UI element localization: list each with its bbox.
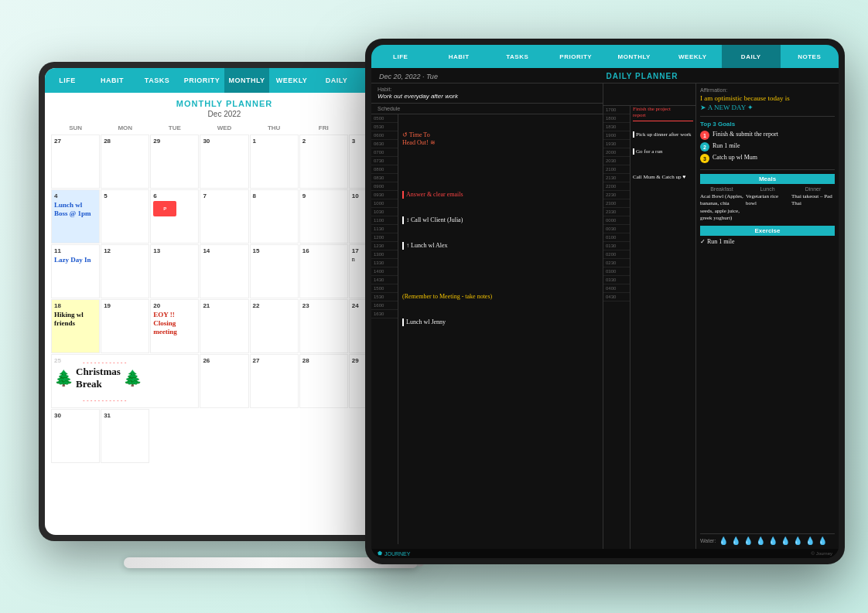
days-header: SUN MON TUE WED THU FRI SAT [51, 123, 398, 133]
time-slot: 1000 [371, 199, 398, 208]
ipad-back: LIFE HABIT TASKS PRIORITY MONTHLY WEEKLY… [39, 62, 410, 541]
time-slot: 1900 [603, 131, 630, 140]
time-slot: 0900 [371, 182, 398, 191]
day-fri: FRI [299, 123, 348, 133]
monthly-subtitle: Dec 2022 [51, 110, 398, 118]
day-wed: WED [200, 123, 248, 133]
table-row: 4 Lunch wl Boss @ 1pm [51, 189, 100, 243]
time-slot: 0500 [371, 114, 398, 123]
back-nav-life[interactable]: LIFE [45, 68, 90, 93]
time-slot: 0430 [603, 293, 630, 301]
table-row: 21 [200, 299, 248, 353]
back-nav-tasks[interactable]: TASKS [135, 68, 179, 93]
ipad-front: LIFE HABIT TASKS PRIORITY MONTHLY WEEKLY… [365, 39, 845, 564]
time-slot: 1500 [371, 284, 398, 293]
time-slot: 0200 [603, 250, 630, 259]
table-row: 28 [299, 354, 348, 408]
time-slot: 1030 [371, 208, 398, 216]
time-slot: 0600 [371, 131, 398, 140]
day-mon: MON [101, 123, 149, 133]
exercise-content: ✓ Run 1 mile [700, 238, 835, 245]
table-row: 1 [250, 135, 299, 189]
time-slot: 2130 [603, 174, 630, 182]
goals-section: Top 3 Goals 1 Finish & submit the report… [700, 121, 835, 170]
front-nav-life[interactable]: LIFE [371, 45, 430, 68]
time-slot: 1330 [371, 259, 398, 267]
front-nav-priority[interactable]: PRIORITY [547, 45, 606, 68]
table-row: 22 [250, 299, 299, 353]
time-slot: 1700 [603, 106, 630, 114]
water-drop-9: 💧 [818, 536, 827, 545]
time-slot: 0700 [371, 148, 398, 157]
back-nav-monthly[interactable]: MONTHLY [224, 68, 269, 93]
table-row: 29 [150, 135, 199, 189]
time-slot: 1100 [371, 216, 398, 225]
meals-grid: Breakfast Acai Bowl (Apples, bananas, ch… [700, 186, 835, 221]
water-drop-4: 💧 [756, 536, 765, 545]
table-row: 15 [250, 244, 299, 298]
front-nav: LIFE HABIT TASKS PRIORITY MONTHLY WEEKLY… [371, 45, 839, 68]
daily-main: Habit: Work out everyday after work Sche… [371, 83, 839, 549]
front-nav-daily[interactable]: DAILY [722, 45, 781, 68]
front-nav-weekly[interactable]: WEEKLY [664, 45, 723, 68]
front-nav-notes[interactable]: NOTES [781, 45, 839, 68]
meal-dinner-content: Thai takeout – Pad Thai [791, 193, 835, 207]
table-row: 6 P [150, 189, 199, 243]
time-slot: 2200 [603, 182, 630, 191]
table-row: 7 [200, 189, 248, 243]
day-tue: TUE [150, 123, 199, 133]
time-slot: 0030 [603, 225, 630, 233]
schedule-event-headout: ↺ Time ToHead Out! ≋ [402, 131, 599, 146]
time-slot: 0930 [371, 191, 398, 199]
right-schedule-section: 1700 1800 1830 1900 1930 2000 2030 2100 … [603, 83, 696, 549]
time-slot: 0230 [603, 259, 630, 267]
front-nav-habit[interactable]: HABIT [430, 45, 489, 68]
front-nav-tasks[interactable]: TASKS [488, 45, 547, 68]
table-row: 27 [51, 135, 100, 189]
time-slot: 0530 [371, 123, 398, 131]
time-slot: 2330 [603, 208, 630, 216]
water-drop-2: 💧 [731, 536, 740, 545]
journey-logo: ⬟ JOURNEY [378, 550, 410, 557]
back-nav-weekly[interactable]: WEEKLY [269, 68, 314, 93]
event-pickup-dinner: Pick up dinner after work [633, 131, 693, 138]
goal-item: 1 Finish & submit the report [700, 131, 835, 140]
table-row: 27 [250, 354, 299, 408]
back-nav-priority[interactable]: PRIORITY [179, 68, 224, 93]
table-row: 2 [299, 135, 348, 189]
day-sun: SUN [51, 123, 100, 133]
daily-header: Dec 20, 2022 · Tue DAILY PLANNER [371, 68, 839, 83]
table-row: 25 🌲 ChristmasBreak 🌲 - - - - - - - - - … [51, 354, 199, 408]
meals-header: Meals [700, 174, 835, 184]
front-nav-monthly[interactable]: MONTHLY [605, 45, 664, 68]
front-screen: LIFE HABIT TASKS PRIORITY MONTHLY WEEKLY… [371, 45, 839, 558]
meal-breakfast-content: Acai Bowl (Apples, bananas, chia seeds, … [700, 193, 743, 221]
monthly-grid: 27 28 29 30 1 2 3 4 Lunch wl Boss @ 1pm … [51, 135, 398, 463]
journey-text: JOURNEY [384, 551, 410, 557]
right-events-col: Finish the projectreport Pick up dinner … [630, 106, 695, 549]
back-nav: LIFE HABIT TASKS PRIORITY MONTHLY WEEKLY… [45, 68, 404, 93]
daily-title: DAILY PLANNER [453, 72, 831, 80]
time-slot: 0130 [603, 242, 630, 250]
meal-dinner: Dinner Thai takeout – Pad Thai [791, 186, 835, 221]
meal-dinner-header: Dinner [791, 186, 835, 192]
daily-date: Dec 20, 2022 · Tue [379, 73, 438, 80]
time-slot: 1400 [371, 267, 398, 276]
daily-right: Affirmation: I am optimistic because tod… [696, 83, 839, 549]
goal-item: 3 Catch up wl Mum [700, 154, 835, 163]
table-row: 13 [150, 244, 199, 298]
schedule-section: Schedule 0500 0530 0600 0630 0700 0730 0… [371, 104, 603, 549]
meal-breakfast-header: Breakfast [700, 186, 743, 192]
time-slot: 1130 [371, 225, 398, 233]
back-nav-habit[interactable]: HABIT [90, 68, 135, 93]
time-slot: 2100 [603, 165, 630, 174]
habit-text: Work out everyday after work [378, 93, 596, 100]
table-row: 16 [299, 244, 348, 298]
goal-text-3: Catch up wl Mum [713, 154, 757, 161]
goal-text-1: Finish & submit the report [713, 131, 778, 138]
back-nav-daily[interactable]: DAILY [314, 68, 359, 93]
time-slot: 1800 [603, 114, 630, 123]
time-slot: 1530 [371, 293, 398, 301]
time-slot: 2300 [603, 199, 630, 208]
table-row: 11 Lazy Day In [51, 244, 100, 298]
